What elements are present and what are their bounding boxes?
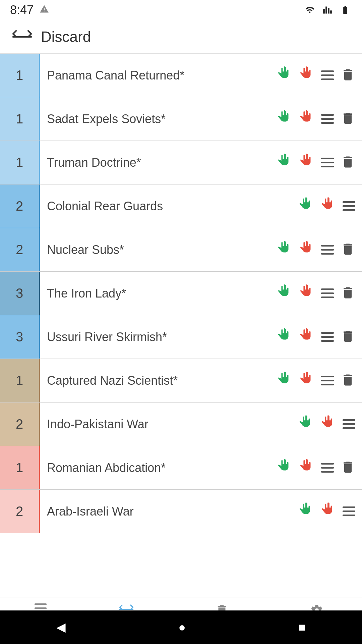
android-back[interactable]: ◀ [56,620,66,634]
card-actions [277,328,362,346]
page-title: Discard [41,29,91,45]
table-row: 1Captured Nazi Scientist* [0,359,362,402]
status-bar: 8:47 [0,0,362,20]
card-number: 2 [0,402,40,446]
card-number: 2 [0,184,40,228]
drag-handle-icon[interactable] [321,245,334,255]
red-hand-icon[interactable] [299,66,314,84]
drag-handle-icon[interactable] [321,114,334,124]
table-row: 3Ussuri River Skirmish* [0,315,362,359]
card-actions [298,502,362,520]
green-hand-icon[interactable] [277,459,292,477]
card-number: 2 [0,490,40,533]
red-hand-icon[interactable] [320,502,336,520]
card-number: 3 [0,272,40,315]
card-actions [298,415,362,433]
delete-icon[interactable] [341,242,355,258]
green-hand-icon[interactable] [277,284,292,302]
green-hand-icon[interactable] [298,502,314,520]
table-row: 2Arab-Israeli War [0,490,362,533]
card-name: Romanian Abdication* [40,461,277,475]
card-actions [277,66,362,84]
red-hand-icon[interactable] [299,459,314,477]
status-time: 8:47 [10,3,34,17]
delete-icon[interactable] [341,67,355,84]
card-actions [298,197,362,215]
card-name: Indo-Pakistani War [40,417,298,431]
card-number: 2 [0,228,40,271]
green-hand-icon[interactable] [298,197,314,215]
green-hand-icon[interactable] [277,66,292,84]
header: Discard [0,20,362,54]
card-list: 1Panama Canal Returned*1Sadat Expels Sov… [0,54,362,564]
card-name: Captured Nazi Scientist* [40,374,277,388]
drag-handle-icon[interactable] [343,419,355,429]
red-hand-icon[interactable] [299,372,314,389]
card-name: Ussuri River Skirmish* [40,330,277,344]
table-row: 1Truman Doctrine* [0,141,362,184]
drag-handle-icon[interactable] [321,70,334,80]
card-name: Truman Doctrine* [40,156,277,170]
signal-icon [322,5,333,15]
card-actions [277,284,362,302]
green-hand-icon[interactable] [277,372,292,389]
delete-icon[interactable] [341,111,355,127]
android-nav: ◀ ● ■ [0,610,362,644]
wifi-icon [303,5,316,15]
table-row: 2Nuclear Subs* [0,228,362,272]
drag-handle-icon[interactable] [343,201,355,211]
red-hand-icon[interactable] [299,328,314,346]
card-number: 1 [0,446,40,489]
green-hand-icon[interactable] [277,110,292,128]
green-hand-icon[interactable] [277,328,292,346]
delete-icon[interactable] [341,373,355,389]
drag-handle-icon[interactable] [321,463,334,473]
card-name: Colonial Rear Guards [40,199,298,213]
red-hand-icon[interactable] [320,197,336,215]
warning-icon [40,4,49,16]
red-hand-icon[interactable] [299,110,314,128]
android-recent[interactable]: ■ [298,620,306,634]
main-content: 1Panama Canal Returned*1Sadat Expels Sov… [0,54,362,564]
drag-handle-icon[interactable] [321,288,334,298]
red-hand-icon[interactable] [299,154,314,171]
card-number: 1 [0,54,40,97]
card-name: The Iron Lady* [40,286,277,301]
card-actions [277,110,362,128]
delete-icon[interactable] [341,155,355,171]
nav-back-icon[interactable] [10,29,34,45]
table-row: 3The Iron Lady* [0,272,362,315]
card-name: Arab-Israeli War [40,504,298,519]
card-number: 1 [0,359,40,402]
card-actions [277,241,362,259]
card-actions [277,459,362,477]
green-hand-icon[interactable] [298,415,314,433]
status-icons [303,5,352,15]
card-actions [277,372,362,389]
table-row: 1Romanian Abdication* [0,446,362,490]
green-hand-icon[interactable] [277,241,292,259]
drag-handle-icon[interactable] [321,376,334,385]
card-number: 1 [0,141,40,184]
card-name: Panama Canal Returned* [40,68,277,83]
red-hand-icon[interactable] [299,241,314,259]
card-number: 3 [0,315,40,359]
green-hand-icon[interactable] [277,154,292,171]
android-home[interactable]: ● [178,620,186,634]
card-name: Sadat Expels Soviets* [40,112,277,126]
drag-handle-icon[interactable] [343,506,355,516]
red-hand-icon[interactable] [320,415,336,433]
card-name: Nuclear Subs* [40,243,277,257]
card-actions [277,154,362,171]
red-hand-icon[interactable] [299,284,314,302]
drag-handle-icon[interactable] [321,332,334,342]
delete-icon[interactable] [341,285,355,302]
drag-handle-icon[interactable] [321,158,334,167]
table-row: 2Colonial Rear Guards [0,184,362,228]
card-number: 1 [0,97,40,141]
delete-icon[interactable] [341,329,355,345]
delete-icon[interactable] [341,460,355,476]
table-row: 1Panama Canal Returned* [0,54,362,97]
table-row: 2Indo-Pakistani War [0,402,362,446]
battery-icon [339,5,352,15]
